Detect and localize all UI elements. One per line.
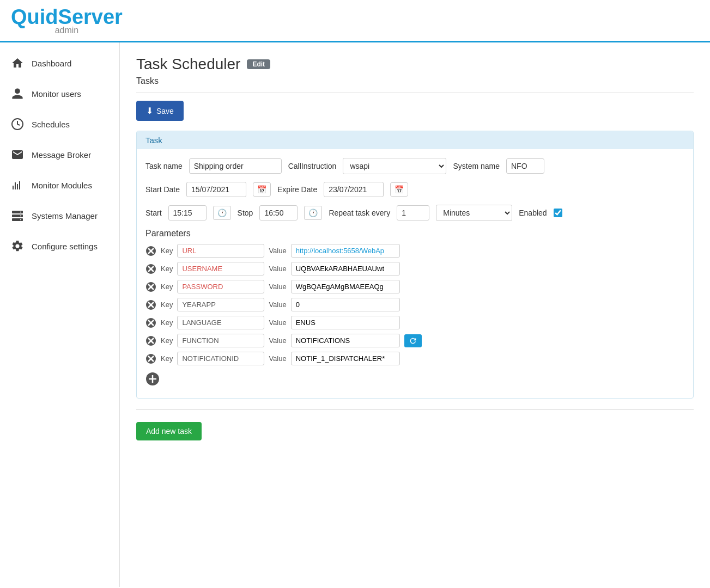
key-input-username[interactable] [177,262,264,275]
svg-point-6 [20,219,21,220]
task-card: Task Task name CallInstruction wsapi res… [136,131,694,399]
sidebar-item-schedules[interactable]: Schedules [0,109,119,139]
parameters-title: Parameters [145,229,684,238]
task-card-body: Task name CallInstruction wsapi rest soa… [137,149,693,398]
home-icon [10,56,25,71]
key-label-notificationid: Key [161,354,173,363]
key-input-yearapp[interactable] [177,298,264,311]
value-input-username[interactable] [291,262,400,275]
key-label-yearapp: Key [161,301,173,309]
start-date-label: Start Date [145,185,180,194]
task-name-input[interactable] [189,158,282,174]
expire-date-calendar-button[interactable]: 📅 [390,182,408,197]
svg-point-5 [20,216,21,217]
stop-time-input[interactable] [259,205,298,220]
repeat-value-input[interactable] [397,205,429,220]
key-label-password: Key [161,283,173,291]
repeat-unit-select[interactable]: Minutes Hours Days [436,205,512,221]
sidebar-label-monitor-modules: Monitor Modules [32,181,92,190]
logo: QuidServer admin [11,5,123,35]
chart-icon [10,177,25,193]
call-instruction-label: CallInstruction [288,162,337,170]
remove-param-password-button[interactable] [145,281,156,292]
sidebar-label-monitor-users: Monitor users [32,89,81,99]
value-input-yearapp[interactable] [291,298,400,311]
param-row-notificationid: Key Value [145,352,684,365]
section-label: Tasks [136,76,694,86]
value-label-yearapp: Value [269,301,286,309]
system-name-input[interactable] [506,158,544,174]
param-row-yearapp: Key Value [145,298,684,311]
key-label-url: Key [161,247,173,255]
parameters-section: Parameters Key Value [145,229,684,389]
expire-date-input[interactable] [324,182,384,197]
call-instruction-select[interactable]: wsapi rest soap [343,158,446,174]
value-input-password[interactable] [291,280,400,293]
value-label-function: Value [269,336,286,345]
save-icon: ⬇ [146,106,153,116]
remove-param-url-button[interactable] [145,246,156,256]
sidebar-item-configure-settings[interactable]: Configure settings [0,231,119,261]
start-time-clock-button[interactable]: 🕐 [213,206,231,220]
key-input-password[interactable] [177,280,264,293]
param-row-username: Key Value [145,262,684,275]
key-input-language[interactable] [177,316,264,329]
sidebar-label-systems-manager: Systems Manager [32,211,98,220]
remove-param-username-button[interactable] [145,264,156,274]
key-label-username: Key [161,265,173,273]
sidebar-label-message-broker: Message Broker [32,150,91,160]
enabled-label: Enabled [519,209,547,217]
param-row-url: Key Value [145,244,684,258]
stop-time-label: Stop [238,209,253,217]
value-input-notificationid[interactable] [291,352,400,365]
save-button[interactable]: ⬇ Save [136,101,184,121]
edit-badge: Edit [247,59,270,69]
key-input-notificationid[interactable] [177,352,264,365]
start-date-calendar-button[interactable]: 📅 [253,182,271,197]
add-param-row [145,370,684,389]
page-title: Task Scheduler [136,56,240,73]
repeat-label: Repeat task every [329,209,390,217]
expire-date-label: Expire Date [277,185,317,194]
value-label-password: Value [269,283,286,291]
remove-param-language-button[interactable] [145,317,156,328]
task-card-header: Task [137,131,693,149]
remove-param-yearapp-button[interactable] [145,299,156,310]
sidebar-item-monitor-users[interactable]: Monitor users [0,78,119,109]
start-time-input[interactable] [168,205,207,220]
param-row-password: Key Value [145,280,684,293]
add-param-button[interactable] [145,372,160,389]
server-icon [10,208,25,223]
remove-param-notificationid-button[interactable] [145,353,156,364]
user-icon [10,86,25,101]
value-input-language[interactable] [291,316,400,329]
value-label-language: Value [269,318,286,327]
key-input-url[interactable] [177,244,264,258]
main-content: Task Scheduler Edit Tasks ⬇ Save Task Ta… [120,42,710,587]
value-label-notificationid: Value [269,354,286,363]
system-name-label: System name [453,162,500,170]
start-date-input[interactable] [186,182,246,197]
form-row-dates: Start Date 📅 Expire Date 📅 [145,182,684,197]
layout: Dashboard Monitor users Schedules Messag… [0,42,710,587]
task-name-label: Task name [145,162,183,170]
sidebar-item-dashboard[interactable]: Dashboard [0,48,119,78]
param-row-function: Key Value [145,334,684,347]
gear-icon [10,238,25,254]
refresh-function-button[interactable] [404,334,422,347]
value-label-username: Value [269,265,286,273]
sidebar-label-schedules: Schedules [32,120,70,129]
sidebar-item-systems-manager[interactable]: Systems Manager [0,200,119,231]
stop-time-clock-button[interactable]: 🕐 [304,206,322,220]
add-new-task-button[interactable]: Add new task [136,422,202,440]
value-input-url[interactable] [291,244,400,258]
start-time-label: Start [145,209,162,217]
enabled-checkbox[interactable] [554,209,562,217]
value-input-function[interactable] [291,334,400,347]
sidebar: Dashboard Monitor users Schedules Messag… [0,42,120,587]
remove-param-function-button[interactable] [145,335,156,346]
key-input-function[interactable] [177,334,264,347]
sidebar-item-monitor-modules[interactable]: Monitor Modules [0,170,119,200]
sidebar-item-message-broker[interactable]: Message Broker [0,139,119,170]
logo-text: QuidServer [11,5,123,28]
